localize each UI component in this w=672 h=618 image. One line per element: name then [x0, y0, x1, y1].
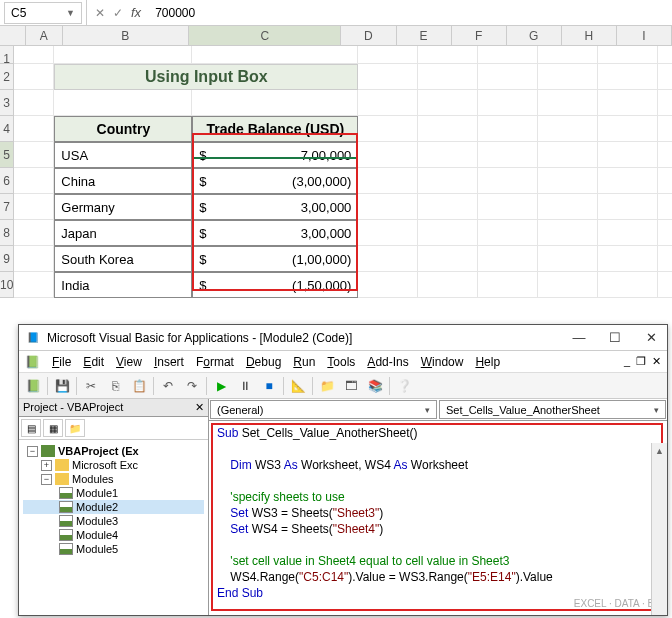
table-row[interactable]: $(3,00,000) [192, 168, 358, 194]
column-headers: A B C D E F G H I [0, 26, 672, 46]
table-row[interactable]: USA [54, 142, 192, 168]
reset-icon[interactable]: ■ [259, 376, 279, 396]
tree-module[interactable]: Module3 [23, 514, 204, 528]
tree-item[interactable]: +Microsoft Exc [23, 458, 204, 472]
row-header[interactable]: 8 [0, 220, 14, 246]
menu-debug[interactable]: Debug [246, 355, 281, 369]
header-balance[interactable]: Trade Balance (USD) [192, 116, 358, 142]
enter-icon[interactable]: ✓ [113, 6, 123, 20]
code-content[interactable]: Sub Set_Cells_Value_AnotherSheet() Dim W… [209, 421, 667, 605]
close-icon[interactable]: ✕ [641, 330, 661, 345]
table-row[interactable]: $(1,50,000) [192, 272, 358, 298]
tree-module[interactable]: Module4 [23, 528, 204, 542]
col-header[interactable]: I [617, 26, 672, 45]
folder-icon[interactable]: 📁 [65, 419, 85, 437]
watermark: EXCEL · DATA · BI [574, 598, 657, 609]
menu-tools[interactable]: Tools [327, 355, 355, 369]
properties-icon[interactable]: 🗔 [341, 376, 361, 396]
col-header[interactable]: F [452, 26, 507, 45]
project-header[interactable]: Project - VBAProject ✕ [19, 399, 208, 417]
table-row[interactable]: South Korea [54, 246, 192, 272]
view-code-icon[interactable]: ▤ [21, 419, 41, 437]
table-row[interactable]: Germany [54, 194, 192, 220]
col-header[interactable]: A [26, 26, 63, 45]
table-row[interactable]: $7,00,000 [192, 142, 358, 168]
table-row[interactable]: Japan [54, 220, 192, 246]
col-header[interactable]: D [341, 26, 396, 45]
browser-icon[interactable]: 📚 [365, 376, 385, 396]
sub-restore-icon[interactable]: _ [624, 355, 630, 368]
project-tree[interactable]: −VBAProject (Ex +Microsoft Exc −Modules … [19, 440, 208, 615]
table-row[interactable]: $(1,00,000) [192, 246, 358, 272]
excel-icon[interactable]: 📗 [25, 355, 40, 369]
redo-icon[interactable]: ↷ [182, 376, 202, 396]
close-icon[interactable]: ✕ [195, 401, 204, 414]
chevron-down-icon: ▾ [654, 405, 659, 415]
maximize-icon[interactable]: ☐ [605, 330, 625, 345]
col-header[interactable]: H [562, 26, 617, 45]
cells-area[interactable]: Using Input Box CountryTrade Balance (US… [14, 46, 672, 298]
tree-module[interactable]: Module1 [23, 486, 204, 500]
table-row[interactable]: $3,00,000 [192, 194, 358, 220]
formula-input[interactable]: 700000 [149, 4, 672, 22]
sub-close-icon[interactable]: ✕ [652, 355, 661, 368]
row-header[interactable]: 7 [0, 194, 14, 220]
menu-file[interactable]: File [52, 355, 71, 369]
menu-insert[interactable]: Insert [154, 355, 184, 369]
menu-edit[interactable]: Edit [83, 355, 104, 369]
procedure-dropdown[interactable]: Set_Cells_Value_AnotherSheet▾ [439, 400, 666, 419]
cut-icon[interactable]: ✂ [81, 376, 101, 396]
col-header[interactable]: B [63, 26, 190, 45]
row-header[interactable]: 10 [0, 272, 14, 298]
table-row[interactable]: India [54, 272, 192, 298]
title-cell[interactable]: Using Input Box [54, 64, 358, 90]
menu-format[interactable]: Format [196, 355, 234, 369]
col-header[interactable]: E [397, 26, 452, 45]
view-object-icon[interactable]: ▦ [43, 419, 63, 437]
save-icon[interactable]: 💾 [52, 376, 72, 396]
menu-addins[interactable]: Add-Ins [367, 355, 408, 369]
help-icon[interactable]: ❔ [394, 376, 414, 396]
vba-menu-bar: 📗 File Edit View Insert Format Debug Run… [19, 351, 667, 373]
project-icon[interactable]: 📁 [317, 376, 337, 396]
sub-max-icon[interactable]: ❐ [636, 355, 646, 368]
select-all-corner[interactable] [0, 26, 26, 45]
tree-module[interactable]: Module5 [23, 542, 204, 556]
name-box[interactable]: C5 ▼ [4, 2, 82, 24]
row-header[interactable]: 3 [0, 90, 14, 116]
row-header[interactable]: 1 [0, 46, 14, 64]
col-header[interactable]: C [189, 26, 341, 45]
tree-root[interactable]: −VBAProject (Ex [23, 444, 204, 458]
break-icon[interactable]: ⏸ [235, 376, 255, 396]
tree-module-selected[interactable]: Module2 [23, 500, 204, 514]
menu-help[interactable]: Help [475, 355, 500, 369]
cancel-icon[interactable]: ✕ [95, 6, 105, 20]
paste-icon[interactable]: 📋 [129, 376, 149, 396]
row-header[interactable]: 5 [0, 142, 14, 168]
row-header[interactable]: 4 [0, 116, 14, 142]
design-icon[interactable]: 📐 [288, 376, 308, 396]
vba-titlebar[interactable]: 📘 Microsoft Visual Basic for Application… [19, 325, 667, 351]
table-row[interactable]: China [54, 168, 192, 194]
undo-icon[interactable]: ↶ [158, 376, 178, 396]
minimize-icon[interactable]: — [569, 330, 589, 345]
menu-run[interactable]: Run [293, 355, 315, 369]
scrollbar[interactable]: ▲ [651, 443, 667, 615]
copy-icon[interactable]: ⎘ [105, 376, 125, 396]
row-header[interactable]: 6 [0, 168, 14, 194]
table-row[interactable]: $3,00,000 [192, 220, 358, 246]
code-editor[interactable]: Sub Set_Cells_Value_AnotherSheet() Dim W… [209, 421, 667, 615]
object-dropdown[interactable]: (General)▾ [210, 400, 437, 419]
fx-icon[interactable]: fx [131, 5, 141, 20]
view-excel-icon[interactable]: 📗 [23, 376, 43, 396]
col-header[interactable]: G [507, 26, 562, 45]
chevron-down-icon[interactable]: ▼ [66, 8, 75, 18]
menu-view[interactable]: View [116, 355, 142, 369]
header-country[interactable]: Country [54, 116, 192, 142]
spreadsheet-grid: A B C D E F G H I 1 2 3 4 5 6 7 8 9 10 U… [0, 26, 672, 298]
row-header[interactable]: 9 [0, 246, 14, 272]
row-header[interactable]: 2 [0, 64, 14, 90]
run-icon[interactable]: ▶ [211, 376, 231, 396]
menu-window[interactable]: Window [421, 355, 464, 369]
tree-item[interactable]: −Modules [23, 472, 204, 486]
